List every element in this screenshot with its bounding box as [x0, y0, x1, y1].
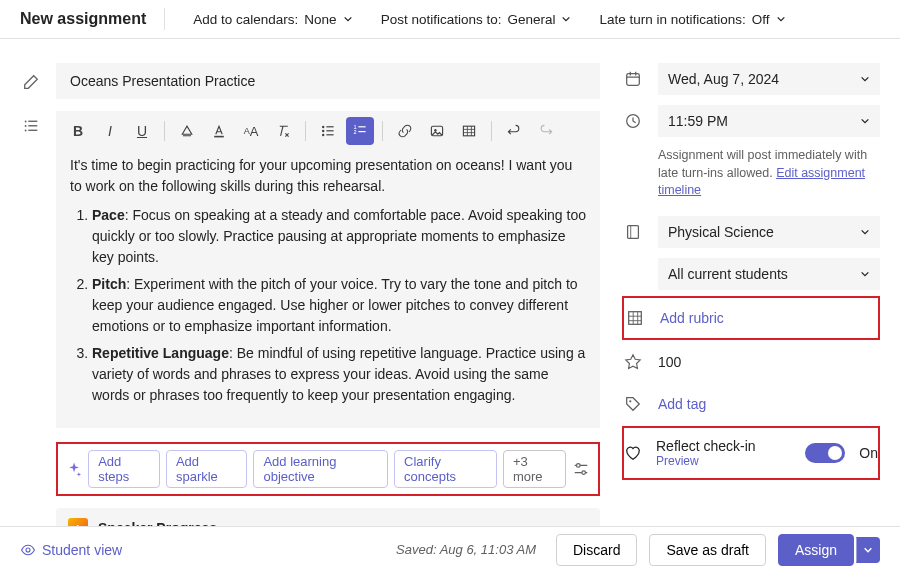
- late-dropdown[interactable]: Late turn in notifications: Off: [599, 12, 785, 27]
- outline-icon: [20, 115, 42, 137]
- late-label: Late turn in notifications:: [599, 12, 745, 27]
- add-rubric-link[interactable]: Add rubric: [660, 302, 724, 334]
- svg-rect-34: [627, 74, 640, 86]
- underline-button[interactable]: U: [128, 117, 156, 145]
- chevron-down-icon: [860, 116, 870, 126]
- image-button[interactable]: [423, 117, 451, 145]
- ai-pill-add-sparkle[interactable]: Add sparkle: [166, 450, 248, 488]
- svg-rect-8: [326, 126, 333, 127]
- list-item: Repetitive Language: Be mindful of using…: [92, 343, 586, 406]
- rubric-icon: [624, 307, 646, 329]
- svg-point-9: [322, 130, 324, 132]
- chevron-down-icon: [561, 14, 571, 24]
- clock-icon: [622, 110, 644, 132]
- save-draft-button[interactable]: Save as draft: [649, 534, 766, 566]
- bullet-list-button[interactable]: [314, 117, 342, 145]
- svg-rect-5: [28, 130, 37, 131]
- due-date-field[interactable]: Wed, Aug 7, 2024: [658, 63, 880, 95]
- svg-rect-37: [630, 225, 631, 238]
- reflect-checkin-label: Reflect check-in: [656, 438, 791, 454]
- clear-format-button[interactable]: [269, 117, 297, 145]
- points-icon: [622, 351, 644, 373]
- filters-icon[interactable]: [572, 460, 590, 478]
- svg-rect-12: [326, 134, 333, 135]
- assign-split-button[interactable]: [856, 537, 880, 563]
- class-icon: [622, 221, 644, 243]
- notifications-label: Post notifications to:: [381, 12, 502, 27]
- rich-text-toolbar: B I U AA 12: [56, 111, 600, 151]
- svg-point-40: [26, 548, 30, 552]
- svg-point-0: [25, 121, 27, 123]
- assign-button[interactable]: Assign: [778, 534, 854, 566]
- redo-button[interactable]: [532, 117, 560, 145]
- assignees-field[interactable]: All current students: [658, 258, 880, 290]
- highlight-button[interactable]: [173, 117, 201, 145]
- svg-rect-16: [358, 131, 365, 132]
- ai-pill-more[interactable]: +3 more: [503, 450, 566, 488]
- table-button[interactable]: [455, 117, 483, 145]
- list-item: Pace: Focus on speaking at a steady and …: [92, 205, 586, 268]
- pencil-icon: [20, 71, 42, 93]
- svg-point-39: [629, 400, 631, 402]
- class-field[interactable]: Physical Science: [658, 216, 880, 248]
- instructions-list: Pace: Focus on speaking at a steady and …: [70, 205, 586, 406]
- sparkle-icon: [66, 460, 82, 478]
- due-time-field[interactable]: 11:59 PM: [658, 105, 880, 137]
- calendars-label: Add to calendars:: [193, 12, 298, 27]
- bold-button[interactable]: B: [64, 117, 92, 145]
- late-value: Off: [752, 12, 770, 27]
- reflect-toggle-state: On: [859, 445, 878, 461]
- top-bar: New assignment Add to calendars: None Po…: [0, 0, 900, 39]
- calendar-icon: [622, 68, 644, 90]
- svg-point-11: [322, 134, 324, 136]
- calendars-value: None: [304, 12, 336, 27]
- svg-point-2: [25, 125, 27, 127]
- svg-rect-38: [629, 311, 642, 324]
- add-tag-link[interactable]: Add tag: [658, 388, 706, 420]
- heart-icon: [624, 444, 642, 462]
- notifications-dropdown[interactable]: Post notifications to: General: [381, 12, 572, 27]
- svg-rect-36: [628, 225, 639, 238]
- svg-rect-3: [28, 125, 37, 126]
- italic-button[interactable]: I: [96, 117, 124, 145]
- chevron-down-icon: [860, 74, 870, 84]
- tag-icon: [622, 393, 644, 415]
- link-button[interactable]: [391, 117, 419, 145]
- reflect-preview-link[interactable]: Preview: [656, 454, 791, 468]
- left-column: B I U AA 12: [20, 63, 600, 572]
- ai-pill-add-learning-objective[interactable]: Add learning objective: [253, 450, 388, 488]
- svg-rect-10: [326, 130, 333, 131]
- reflect-toggle[interactable]: [805, 443, 845, 463]
- chevron-down-icon: [343, 14, 353, 24]
- student-view-button[interactable]: Student view: [20, 542, 122, 558]
- svg-point-21: [582, 471, 586, 475]
- assignment-title-input[interactable]: [56, 63, 600, 99]
- ai-suggestion-row: Add steps Add sparkle Add learning objec…: [56, 442, 600, 496]
- svg-point-7: [322, 126, 324, 128]
- font-color-button[interactable]: [205, 117, 233, 145]
- undo-button[interactable]: [500, 117, 528, 145]
- svg-rect-14: [358, 126, 365, 127]
- points-value[interactable]: 100: [658, 346, 681, 378]
- chevron-down-icon: [860, 269, 870, 279]
- chevron-down-icon: [860, 227, 870, 237]
- discard-button[interactable]: Discard: [556, 534, 637, 566]
- numbered-list-button[interactable]: 12: [346, 117, 374, 145]
- posting-hint: Assignment will post immediately with la…: [658, 147, 880, 200]
- instructions-intro: It's time to begin practicing for your u…: [70, 155, 586, 197]
- right-column: Wed, Aug 7, 2024 11:59 PM Assignment wil…: [622, 63, 880, 572]
- chevron-down-icon: [776, 14, 786, 24]
- calendars-dropdown[interactable]: Add to calendars: None: [193, 12, 352, 27]
- font-size-button[interactable]: AA: [237, 117, 265, 145]
- page-title: New assignment: [20, 8, 165, 30]
- svg-rect-6: [214, 136, 224, 138]
- footer-bar: Student view Saved: Aug 6, 11:03 AM Disc…: [0, 526, 900, 572]
- notifications-value: General: [507, 12, 555, 27]
- ai-pill-clarify-concepts[interactable]: Clarify concepts: [394, 450, 497, 488]
- instructions-editor[interactable]: It's time to begin practicing for your u…: [56, 151, 600, 428]
- saved-timestamp: Saved: Aug 6, 11:03 AM: [396, 542, 536, 557]
- svg-point-4: [25, 130, 27, 132]
- ai-pill-add-steps[interactable]: Add steps: [88, 450, 160, 488]
- list-item: Pitch: Experiment with the pitch of your…: [92, 274, 586, 337]
- svg-rect-1: [28, 121, 37, 122]
